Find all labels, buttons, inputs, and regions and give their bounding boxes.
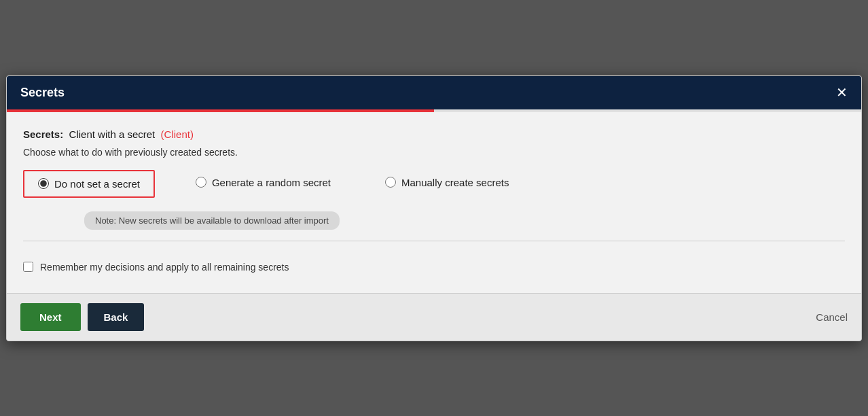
secrets-modal: Secrets ✕ Secrets: Client with a secret … [6, 75, 862, 341]
modal-title: Secrets [20, 86, 65, 100]
radio-manual-label: Manually create secrets [401, 177, 509, 188]
divider-1 [23, 241, 845, 241]
modal-header: Secrets ✕ [7, 76, 861, 109]
note-badge: Note: New secrets will be available to d… [84, 211, 340, 230]
remember-label[interactable]: Remember my decisions and apply to all r… [40, 262, 289, 273]
radio-random-label: Generate a random secret [212, 177, 331, 188]
radio-option-random[interactable]: Generate a random secret [182, 170, 344, 195]
note-row: Note: New secrets will be available to d… [30, 209, 845, 230]
secrets-subtitle: Secrets: Client with a secret (Client) [23, 128, 845, 140]
remember-section: Remember my decisions and apply to all r… [23, 252, 845, 282]
close-button[interactable]: ✕ [836, 86, 848, 99]
next-button[interactable]: Next [20, 303, 81, 331]
back-button[interactable]: Back [88, 303, 145, 331]
radio-no-secret-label: Do not set a secret [54, 178, 140, 190]
secrets-prefix-label: Secrets: [23, 128, 63, 140]
remember-checkbox[interactable] [23, 262, 33, 272]
radio-options-container: Do not set a secret Generate a random se… [23, 170, 845, 198]
radio-no-secret-input[interactable] [38, 178, 49, 189]
radio-random-input[interactable] [196, 177, 206, 188]
choose-text: Choose what to do with previously create… [23, 147, 845, 158]
client-paren-label: (Client) [158, 128, 194, 140]
radio-manual-input[interactable] [385, 177, 396, 188]
client-name-label: Client with a secret (Client) [66, 128, 194, 140]
radio-option-no-secret[interactable]: Do not set a secret [23, 170, 155, 198]
modal-footer: Next Back Cancel [7, 293, 861, 341]
cancel-button[interactable]: Cancel [816, 311, 848, 323]
radio-option-manual[interactable]: Manually create secrets [372, 170, 522, 195]
modal-body: Secrets: Client with a secret (Client) C… [7, 112, 861, 293]
